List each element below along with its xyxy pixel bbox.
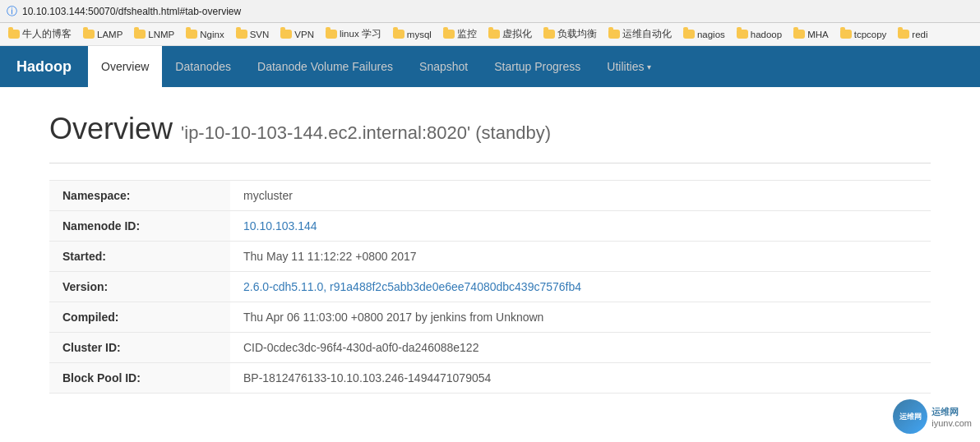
nav-item-utilities[interactable]: Utilities ▾ (594, 46, 664, 87)
bookmark-label: VPN (294, 30, 314, 39)
table-row: Namespace:mycluster (49, 181, 931, 211)
navbar-brand[interactable]: Hadoop (0, 46, 88, 87)
bookmark-label: LAMP (97, 30, 122, 39)
navbar: Hadoop OverviewDatanodesDatanode Volume … (0, 46, 980, 87)
url-text[interactable]: 10.10.103.144:50070/dfshealth.html#tab-o… (22, 6, 241, 17)
table-row: Block Pool ID:BP-1812476133-10.10.103.24… (49, 363, 931, 394)
bookmark-label: 虚拟化 (502, 28, 532, 40)
bookmark-label: SVN (250, 30, 270, 39)
row-label: Block Pool ID: (49, 363, 230, 394)
bookmark-label: tcpcopy (854, 30, 887, 39)
folder-icon (543, 30, 555, 39)
folder-icon (840, 30, 852, 39)
bookmark-label: 运维自动化 (622, 28, 672, 40)
bookmark-item[interactable]: linux 学习 (322, 26, 385, 42)
folder-icon (793, 30, 805, 39)
bookmark-item[interactable]: MHA (790, 28, 832, 41)
bookmark-item[interactable]: Nginx (183, 28, 227, 41)
row-link[interactable]: 10.10.103.144 (243, 219, 317, 233)
main-content: Overview 'ip-10-10-103-144.ec2.internal:… (0, 87, 980, 418)
folder-icon (83, 30, 95, 39)
bookmark-item[interactable]: LAMP (80, 28, 126, 41)
bookmark-label: 牛人的博客 (22, 28, 72, 40)
folder-icon (186, 30, 197, 39)
row-value: Thu May 11 11:12:22 +0800 2017 (230, 242, 931, 272)
nav-item-overview[interactable]: Overview (88, 46, 162, 87)
folder-icon (737, 30, 748, 39)
folder-icon (608, 30, 620, 39)
bookmark-label: hadoop (751, 30, 782, 39)
bookmark-label: redi (912, 30, 927, 39)
bookmark-label: nagios (697, 30, 725, 39)
bookmark-label: linux 学习 (340, 28, 381, 40)
row-label: Compiled: (49, 302, 230, 333)
row-value: 10.10.103.144 (230, 211, 931, 242)
bookmark-item[interactable]: mysql (390, 28, 435, 41)
watermark-text: 运维网 iyunv.com (931, 406, 972, 419)
host-info: 'ip-10-10-103-144.ec2.internal:8020' (st… (181, 122, 551, 143)
folder-icon (898, 30, 909, 39)
row-label: Version: (49, 272, 230, 302)
watermark: 运维网 运维网 iyunv.com (893, 399, 972, 418)
row-label: Namespace: (49, 181, 230, 211)
bookmark-item[interactable]: 虚拟化 (485, 26, 535, 42)
bookmark-item[interactable]: tcpcopy (837, 28, 890, 41)
row-label: Cluster ID: (49, 333, 230, 363)
bookmark-item[interactable]: 监控 (440, 26, 480, 42)
row-label: Namenode ID: (49, 211, 230, 242)
bookmark-label: MHA (807, 30, 829, 39)
folder-icon (236, 30, 247, 39)
row-value: CID-0cdec3dc-96f4-430d-a0f0-da246088e122 (230, 333, 931, 363)
bookmark-label: Nginx (200, 30, 224, 39)
nav-item-snapshot[interactable]: Snapshot (406, 46, 481, 87)
nav-items: OverviewDatanodesDatanode Volume Failure… (88, 46, 664, 87)
table-row: Started:Thu May 11 11:12:22 +0800 2017 (49, 242, 931, 272)
bookmark-item[interactable]: nagios (680, 28, 728, 41)
folder-icon (280, 30, 292, 39)
folder-icon (683, 30, 695, 39)
bookmark-item[interactable]: redi (894, 28, 931, 41)
page-title: Overview 'ip-10-10-103-144.ec2.internal:… (49, 112, 931, 146)
folder-icon (134, 30, 146, 39)
bookmark-item[interactable]: 负载均衡 (540, 26, 600, 42)
bookmark-item[interactable]: SVN (233, 28, 273, 41)
address-bar: ⓘ 10.10.103.144:50070/dfshealth.html#tab… (0, 0, 980, 23)
bookmark-label: 负载均衡 (557, 28, 597, 40)
table-row: Cluster ID:CID-0cdec3dc-96f4-430d-a0f0-d… (49, 333, 931, 363)
folder-icon (326, 30, 337, 39)
bookmarks-bar: 牛人的博客LAMPLNMPNginxSVNVPNlinux 学习mysql监控虚… (0, 23, 980, 46)
bookmark-label: 监控 (457, 28, 477, 40)
info-icon: ⓘ (7, 4, 17, 19)
nav-item-startup-progress[interactable]: Startup Progress (481, 46, 594, 87)
folder-icon (488, 30, 500, 39)
bookmark-label: mysql (407, 30, 432, 39)
bookmark-item[interactable]: 运维自动化 (605, 26, 675, 42)
row-value: BP-1812476133-10.10.103.246-149447107905… (230, 363, 931, 394)
watermark-circle: 运维网 (893, 399, 927, 418)
bookmark-item[interactable]: hadoop (733, 28, 785, 41)
bookmark-label: LNMP (148, 30, 174, 39)
row-label: Started: (49, 242, 230, 272)
bookmark-item[interactable]: 牛人的博客 (5, 26, 75, 42)
folder-icon (8, 30, 20, 39)
dropdown-arrow-icon: ▾ (647, 62, 651, 71)
row-value: Thu Apr 06 11:03:00 +0800 2017 by jenkin… (230, 302, 931, 333)
info-table: Namespace:myclusterNamenode ID:10.10.103… (49, 180, 931, 394)
folder-icon (393, 30, 404, 39)
divider (49, 163, 931, 163)
row-link[interactable]: 2.6.0-cdh5.11.0, r91a488f2c5abb3de0e6ee7… (243, 280, 581, 293)
folder-icon (443, 30, 455, 39)
bookmark-item[interactable]: VPN (277, 28, 317, 41)
table-row: Version:2.6.0-cdh5.11.0, r91a488f2c5abb3… (49, 272, 931, 302)
bookmark-item[interactable]: LNMP (131, 28, 178, 41)
row-value: mycluster (230, 181, 931, 211)
table-row: Namenode ID:10.10.103.144 (49, 211, 931, 242)
table-row: Compiled:Thu Apr 06 11:03:00 +0800 2017 … (49, 302, 931, 333)
nav-item-datanodes[interactable]: Datanodes (162, 46, 244, 87)
nav-item-datanode-volume-failures[interactable]: Datanode Volume Failures (244, 46, 406, 87)
row-value: 2.6.0-cdh5.11.0, r91a488f2c5abb3de0e6ee7… (230, 272, 931, 302)
